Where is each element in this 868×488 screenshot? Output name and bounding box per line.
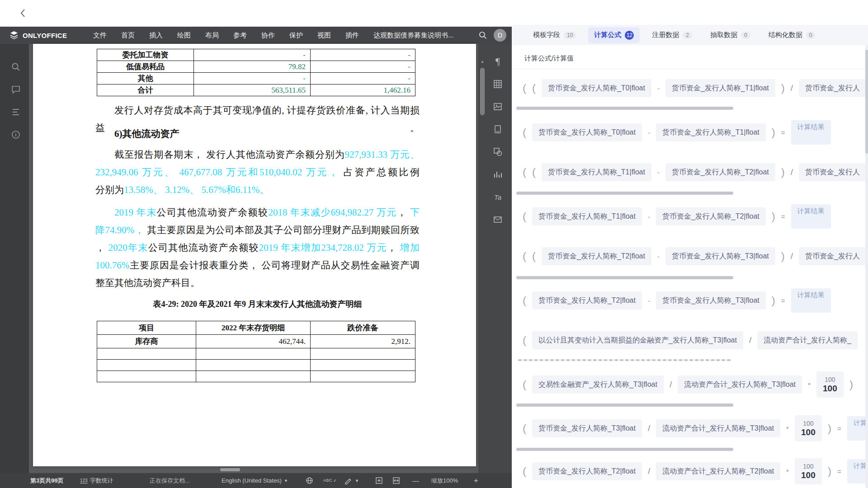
- tab-计算公式[interactable]: 计算公式12: [588, 27, 640, 43]
- table-cell[interactable]: 合计: [97, 84, 194, 96]
- table-cell[interactable]: [311, 360, 415, 371]
- headings-icon[interactable]: [11, 107, 21, 117]
- table-cell[interactable]: 1,462.16: [311, 84, 415, 96]
- formula-field-tag[interactable]: 交易性金融资产_发行人简称_T3|float: [532, 375, 664, 394]
- language-selector[interactable]: English (United States) ▼: [222, 473, 288, 488]
- table-cell[interactable]: 462,744.: [196, 335, 311, 348]
- mailmerge-icon[interactable]: [492, 214, 504, 225]
- menu-item-文件[interactable]: 文件: [86, 27, 114, 44]
- formula-field-tag[interactable]: 流动资产合计_发行人简称_T2|float: [656, 462, 780, 480]
- table-cell[interactable]: 563,511.65: [194, 84, 311, 96]
- table-cell[interactable]: 2022 年末存货明细: [196, 321, 311, 335]
- formula-field-tag[interactable]: 货币资金_发行人简称_T0|float: [532, 123, 642, 141]
- about-icon[interactable]: [11, 130, 21, 140]
- formula-horizontal-scrollbar[interactable]: [516, 107, 733, 110]
- formula-field-tag[interactable]: 货币资金_发行人简称_T3|float: [665, 247, 775, 265]
- table-cell[interactable]: 项目: [97, 321, 196, 335]
- menu-item-保护[interactable]: 保护: [282, 27, 310, 44]
- page-indicator[interactable]: 第3页共99页: [30, 473, 64, 488]
- table-cell[interactable]: -: [194, 49, 311, 61]
- formula-field-tag[interactable]: 流动资产合计_发行人简称_T3|float: [678, 375, 802, 394]
- table-cell[interactable]: [311, 371, 415, 382]
- table-cell[interactable]: -: [311, 49, 415, 61]
- formula-field-tag[interactable]: 以公计且其变动计入当期损益的金融资产_发行人简称_T3|float: [532, 331, 743, 349]
- set-language-icon[interactable]: [306, 473, 313, 488]
- formula-horizontal-scrollbar[interactable]: [516, 192, 733, 195]
- formula-field-tag[interactable]: 货币资金_发行人: [799, 247, 866, 265]
- table-cell[interactable]: [196, 348, 311, 360]
- paragraph-marks-icon[interactable]: ¶: [492, 56, 504, 67]
- menu-item-插入[interactable]: 插入: [142, 27, 170, 44]
- image-settings-icon[interactable]: [492, 101, 504, 113]
- fit-width-icon[interactable]: [392, 473, 400, 488]
- formula-field-tag[interactable]: 货币资金_发行人简称_T2|float: [656, 207, 766, 225]
- menu-item-达观数据债券募集说明书...[interactable]: 达观数据债券募集说明书...: [366, 27, 461, 44]
- formula-field-tag[interactable]: 货币资金_发行人简称_T1|float: [542, 163, 651, 181]
- document-page[interactable]: 委托加工物资--低值易耗品79.82-其他--合计563,511.651,462…: [33, 44, 476, 466]
- tab-模板字段[interactable]: 模板字段10: [527, 27, 582, 43]
- formula-field-tag[interactable]: 货币资金_发行人简称_T1|float: [665, 79, 775, 97]
- table-cell[interactable]: -: [194, 73, 311, 84]
- scroll-up-icon[interactable]: ▲: [480, 59, 485, 64]
- table-cell[interactable]: 79.82: [194, 61, 311, 73]
- table-cell[interactable]: 2,912.: [311, 335, 415, 348]
- formula-field-tag[interactable]: 货币资金_发行人: [799, 79, 866, 97]
- track-changes-icon[interactable]: ▼: [344, 473, 359, 488]
- tab-抽取数据[interactable]: 抽取数据0: [704, 27, 756, 43]
- zoom-out-button[interactable]: —: [412, 473, 419, 488]
- formula-field-tag[interactable]: 货币资金_发行人简称_T3|float: [532, 419, 642, 437]
- menu-item-协作[interactable]: 协作: [254, 27, 282, 44]
- back-icon[interactable]: [16, 6, 30, 20]
- search-icon[interactable]: [478, 31, 487, 40]
- formula-horizontal-scrollbar[interactable]: [516, 276, 733, 279]
- formula-dashed-scrollbar[interactable]: [518, 359, 731, 361]
- formula-horizontal-scrollbar[interactable]: [516, 404, 733, 407]
- table-cell[interactable]: -: [311, 73, 415, 84]
- zoom-in-button[interactable]: +: [474, 473, 478, 488]
- avatar[interactable]: D: [494, 29, 506, 42]
- formula-field-tag[interactable]: 货币资金_发行人简称_T1|float: [656, 123, 766, 141]
- table-cell[interactable]: [97, 348, 196, 360]
- calc-result-placeholder[interactable]: 计算结果: [791, 120, 831, 145]
- spellcheck-icon[interactable]: ABC✓: [323, 473, 337, 488]
- table-cell[interactable]: [97, 371, 196, 382]
- chart-settings-icon[interactable]: [492, 169, 504, 180]
- table-settings-icon[interactable]: [492, 78, 504, 90]
- menu-item-参考[interactable]: 参考: [226, 27, 254, 44]
- comments-icon[interactable]: [11, 84, 21, 94]
- table-cell[interactable]: 库存商: [97, 335, 196, 348]
- menu-item-布局[interactable]: 布局: [198, 27, 226, 44]
- formula-field-tag[interactable]: 货币资金_发行人: [799, 163, 866, 181]
- table-cell[interactable]: [97, 360, 196, 371]
- table-cell[interactable]: 跌价准备: [311, 321, 415, 335]
- formula-field-tag[interactable]: 货币资金_发行人简称_T3|float: [656, 291, 766, 310]
- document-vertical-scrollbar[interactable]: [480, 68, 485, 115]
- table-cell[interactable]: [196, 360, 311, 371]
- textart-settings-icon[interactable]: Ta: [492, 191, 504, 203]
- tab-结构化数据[interactable]: 结构化数据0: [763, 27, 821, 43]
- table-cell[interactable]: 委托加工物资: [97, 49, 194, 61]
- calc-result-placeholder[interactable]: 计算结果: [791, 288, 831, 313]
- formula-field-tag[interactable]: 流动资产合计_发行人简称_: [757, 331, 858, 349]
- menu-item-首页[interactable]: 首页: [114, 27, 142, 44]
- table-cell[interactable]: -: [311, 61, 415, 73]
- formula-field-tag[interactable]: 流动资产合计_发行人简称_T3|float: [656, 419, 780, 437]
- panel-scrollbar-thumb[interactable]: [865, 50, 868, 154]
- formula-field-tag[interactable]: 货币资金_发行人简称_T2|float: [532, 462, 642, 480]
- formula-field-tag[interactable]: 货币资金_发行人简称_T2|float: [665, 163, 775, 181]
- calc-result-placeholder[interactable]: 计算结果: [791, 204, 831, 229]
- table-cell[interactable]: 其他: [97, 73, 194, 84]
- search-icon[interactable]: [11, 62, 21, 72]
- table-cell[interactable]: [196, 371, 311, 382]
- table-cell[interactable]: [311, 348, 415, 360]
- menu-item-绘图[interactable]: 绘图: [170, 27, 198, 44]
- formula-field-tag[interactable]: 货币资金_发行人简称_T2|float: [542, 247, 651, 265]
- menu-item-插件[interactable]: 插件: [338, 27, 366, 44]
- tab-注册数据[interactable]: 注册数据2: [646, 27, 698, 43]
- zoom-value[interactable]: 缩放100%: [431, 473, 458, 488]
- shape-settings-icon[interactable]: [492, 146, 504, 158]
- document-horizontal-scrollbar[interactable]: [220, 468, 240, 471]
- formula-field-tag[interactable]: 货币资金_发行人简称_T2|float: [532, 291, 642, 310]
- table-cell[interactable]: 低值易耗品: [97, 61, 194, 73]
- formula-field-tag[interactable]: 货币资金_发行人简称_T0|float: [542, 79, 651, 97]
